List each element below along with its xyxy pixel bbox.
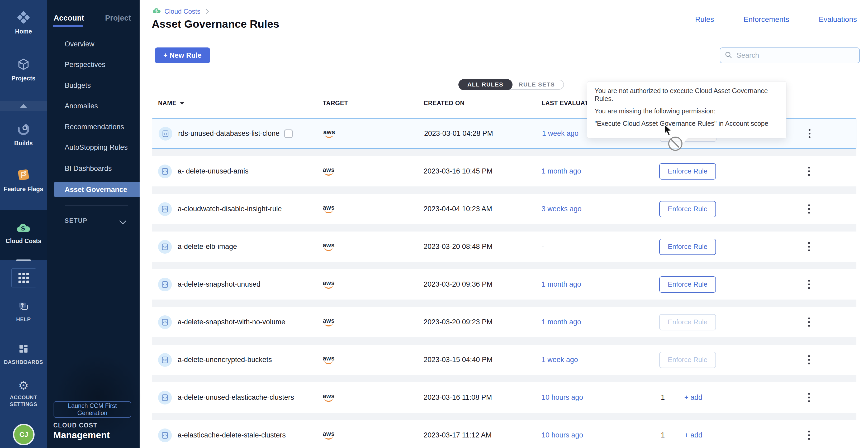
row-menu-button[interactable]: [802, 427, 815, 443]
enforce-rule-button[interactable]: Enforce Rule: [659, 314, 716, 331]
aws-logo: aws: [323, 167, 335, 176]
row-menu-button[interactable]: [802, 352, 815, 368]
copy-icon[interactable]: [284, 130, 293, 138]
dashboards-icon: [18, 343, 30, 356]
rail-label: HELP: [16, 316, 31, 323]
toggle-rule-sets[interactable]: RULE SETS: [505, 80, 564, 90]
enforce-rule-button[interactable]: Enforce Rule: [659, 163, 716, 179]
nav-rules[interactable]: Rules: [695, 15, 714, 24]
table-row[interactable]: a-delete-unused-elasticache-clusters aws…: [152, 382, 857, 413]
table-row[interactable]: a-delete-snapshot-unused aws 2023-03-20 …: [152, 269, 857, 300]
table-row[interactable]: a-elasticache-delete-stale-clusters aws …: [152, 420, 857, 448]
table-row[interactable]: a-delete-unencrypted-buckets aws 2023-03…: [152, 345, 857, 375]
sidebar-item-budgets[interactable]: Budgets: [65, 81, 91, 90]
last-evaluated-link[interactable]: 10 hours ago: [541, 431, 583, 439]
rail-item-help[interactable]: ? HELP: [0, 301, 47, 323]
grid-icon: [19, 273, 29, 283]
launch-ccm-first-gen-button[interactable]: Launch CCM First Generation: [54, 401, 131, 418]
last-evaluated-link[interactable]: 1 month ago: [541, 167, 581, 175]
rail-item-builds[interactable]: Builds: [0, 122, 47, 147]
table-row[interactable]: a-delete-snapshot-with-no-volume aws 202…: [152, 307, 857, 337]
rail-item-home[interactable]: Home: [0, 10, 47, 35]
table-row[interactable]: a-cloudwatch-disable-insight-rule aws 20…: [152, 194, 857, 224]
sidebar-divider: [65, 205, 128, 206]
aws-logo: aws: [323, 393, 335, 402]
row-menu-button[interactable]: [803, 126, 816, 142]
breadcrumb-link[interactable]: Cloud Costs: [164, 8, 200, 15]
row-menu-button[interactable]: [802, 314, 815, 330]
svg-text:$: $: [155, 9, 158, 13]
enforce-rule-button[interactable]: Enforce Rule: [659, 239, 716, 255]
table-row[interactable]: a- delete-unused-amis aws 2023-03-16 10:…: [152, 156, 857, 186]
sidebar-item-overview[interactable]: Overview: [65, 40, 94, 48]
cloud-costs-sidebar: Account Project Overview Perspectives Bu…: [47, 0, 140, 448]
sidebar-item-recommendations[interactable]: Recommendations: [65, 123, 124, 131]
last-evaluated-link[interactable]: 3 weeks ago: [541, 205, 582, 213]
module-picker-button[interactable]: [11, 269, 36, 287]
aws-smile: [324, 398, 333, 402]
add-enforcement-link[interactable]: + add: [684, 431, 702, 439]
sidebar-item-asset-governance[interactable]: Asset Governance: [54, 182, 140, 197]
rules-nav: Rules Enforcements Evaluations: [695, 15, 857, 24]
table-row[interactable]: a-delete-elb-image aws 2023-03-20 08:48 …: [152, 232, 857, 262]
nav-enforcements[interactable]: Enforcements: [743, 15, 789, 24]
sidebar-item-anomalies[interactable]: Anomalies: [65, 102, 98, 110]
rail-item-feature-flags[interactable]: Feature Flags: [0, 168, 47, 193]
gear-icon: ⚙: [18, 380, 29, 391]
rules-list: rds-unused-databases-list-clone aws 2023…: [152, 118, 857, 448]
rule-name: a-delete-snapshot-with-no-volume: [178, 318, 285, 326]
aws-smile: [324, 322, 333, 326]
rail-item-cloud-costs[interactable]: $ Cloud Costs: [0, 210, 47, 260]
column-header-name[interactable]: NAME: [158, 100, 323, 107]
enforcement-count: 1: [661, 393, 665, 402]
toggle-all-rules[interactable]: ALL RULES: [458, 79, 513, 90]
last-evaluated-link[interactable]: 1 month ago: [541, 280, 581, 288]
sort-caret-icon: [180, 102, 184, 105]
last-evaluated-link[interactable]: 1 week ago: [542, 130, 579, 138]
aws-logo: aws: [323, 318, 335, 326]
tab-project[interactable]: Project: [105, 14, 131, 23]
enforce-rule-button[interactable]: Enforce Rule: [659, 276, 716, 293]
search-input[interactable]: [736, 51, 848, 60]
cloud-costs-icon: $: [16, 222, 31, 235]
rail-item-dashboards[interactable]: DASHBOARDS: [0, 343, 47, 366]
rule-name: a-delete-unused-elasticache-clusters: [178, 393, 294, 402]
rule-icon: [158, 278, 172, 291]
last-evaluated-link[interactable]: 1 month ago: [541, 318, 581, 326]
aws-smile: [324, 360, 333, 364]
sidebar-setup[interactable]: SETUP: [65, 217, 88, 225]
sidebar-item-bi-dashboards[interactable]: BI Dashboards: [65, 165, 112, 173]
rail-item-projects[interactable]: Projects: [0, 58, 47, 82]
rule-name: a- delete-unused-amis: [178, 167, 249, 175]
row-menu-button[interactable]: [802, 164, 815, 179]
enforce-rule-button[interactable]: Enforce Rule: [659, 201, 716, 217]
aws-logo: aws: [323, 205, 335, 213]
rule-icon: [158, 240, 172, 254]
tab-account[interactable]: Account: [54, 14, 84, 23]
aws-smile: [324, 172, 333, 176]
aws-smile: [325, 134, 333, 138]
nav-evaluations[interactable]: Evaluations: [819, 15, 857, 24]
last-evaluated-link[interactable]: 1 week ago: [541, 356, 578, 364]
aws-smile: [324, 436, 333, 440]
avatar[interactable]: CJ: [13, 424, 35, 445]
last-evaluated-link[interactable]: 10 hours ago: [541, 393, 583, 402]
row-menu-button[interactable]: [802, 201, 815, 217]
rail-label: Builds: [14, 140, 33, 147]
sidebar-item-perspectives[interactable]: Perspectives: [65, 61, 105, 69]
rail-label: Projects: [11, 75, 36, 82]
enforce-rule-button[interactable]: Enforce Rule: [659, 352, 716, 368]
row-menu-button[interactable]: [802, 390, 815, 406]
rail-item-account-settings[interactable]: ⚙ ACCOUNT SETTINGS: [0, 380, 47, 408]
row-menu-button[interactable]: [802, 239, 815, 255]
sidebar-item-autostopping-rules[interactable]: AutoStopping Rules: [65, 143, 128, 151]
feature-flags-icon: [17, 168, 31, 183]
new-rule-button[interactable]: + New Rule: [155, 47, 210, 63]
add-enforcement-link[interactable]: + add: [684, 393, 702, 402]
row-menu-button[interactable]: [802, 277, 815, 292]
created-on: 2023-03-20 09:23 PM: [424, 318, 541, 326]
chevron-down-icon[interactable]: [119, 217, 126, 225]
rail-scroll-down[interactable]: [16, 260, 31, 261]
rail-scroll-up[interactable]: [0, 101, 47, 111]
help-icon: ?: [18, 301, 30, 313]
